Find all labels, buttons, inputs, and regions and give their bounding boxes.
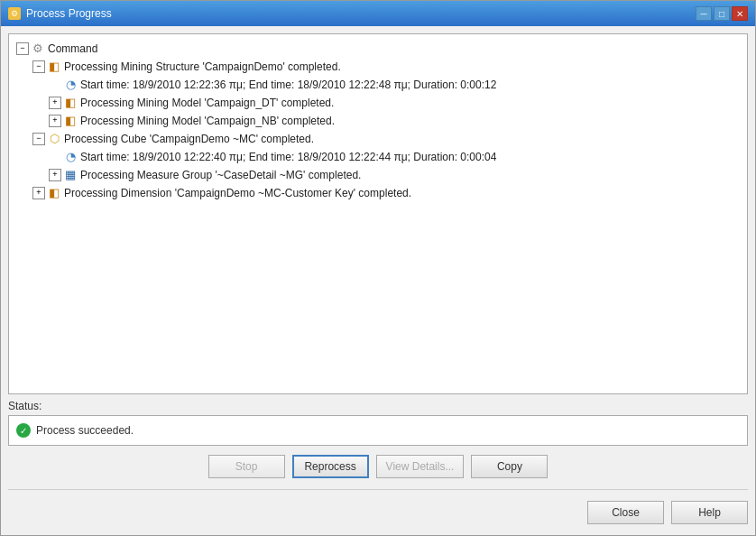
tree-node-mining-model-dt: +◧Processing Mining Model 'Campaign_DT' …: [13, 94, 743, 112]
table-icon: ◧: [47, 60, 61, 74]
tree-text-cube-time: Start time: 18/9/2010 12:22:40 πμ; End t…: [80, 149, 496, 165]
tree-text-root: Command: [48, 41, 97, 57]
tree-node-mining-structure-time: ◔Start time: 18/9/2010 12:22:36 πμ; End …: [13, 76, 743, 94]
tree-node-cube: −⬡Processing Cube 'CampaignDemo ~MC' com…: [13, 130, 743, 148]
tree-text-mining-model-dt: Processing Mining Model 'Campaign_DT' co…: [80, 95, 334, 111]
status-section: Status: ✓ Process succeeded.: [8, 400, 748, 446]
tree-node-root: −⚙Command: [13, 40, 743, 58]
window-body: −⚙Command−◧Processing Mining Structure '…: [1, 26, 755, 535]
gear-icon: ⚙: [31, 42, 45, 56]
tree-text-mining-structure: Processing Mining Structure 'CampaignDem…: [64, 59, 341, 75]
status-box: ✓ Process succeeded.: [8, 415, 748, 446]
tree-text-measure-group: Processing Measure Group '~CaseDetail ~M…: [80, 167, 361, 183]
tree-node-mining-model-nb: +◧Processing Mining Model 'Campaign_NB' …: [13, 112, 743, 130]
title-bar-left: ⚙ Process Progress: [8, 7, 112, 20]
mining-icon: ◧: [63, 96, 78, 110]
tree-expander-mining-model-nb[interactable]: +: [49, 115, 61, 127]
clock-icon: ◔: [63, 78, 78, 92]
tree-text-mining-model-nb: Processing Mining Model 'Campaign_NB' co…: [80, 113, 335, 129]
process-progress-window: ⚙ Process Progress ─ □ ✕ −⚙Command−◧Proc…: [0, 0, 756, 536]
tree-spacer-cube-time: [49, 149, 61, 162]
maximize-button[interactable]: □: [714, 6, 730, 21]
tree-node-dimension: +◧Processing Dimension 'CampaignDemo ~MC…: [13, 184, 743, 202]
window-icon: ⚙: [8, 7, 21, 20]
copy-button[interactable]: Copy: [471, 455, 548, 478]
tree-expander-dimension[interactable]: +: [32, 187, 45, 199]
mining-icon: ◧: [63, 114, 78, 128]
view-details-button[interactable]: View Details...: [376, 455, 465, 478]
close-button[interactable]: Close: [587, 501, 664, 524]
minimize-button[interactable]: ─: [696, 6, 712, 21]
log-panel[interactable]: −⚙Command−◧Processing Mining Structure '…: [8, 33, 748, 394]
reprocess-button[interactable]: Reprocess: [292, 455, 369, 478]
status-label: Status:: [8, 400, 748, 412]
chart-icon: ▦: [63, 168, 78, 182]
tree-expander-root[interactable]: −: [16, 42, 29, 55]
tree-text-dimension: Processing Dimension 'CampaignDemo ~MC-C…: [64, 185, 411, 201]
status-text: Process succeeded.: [36, 424, 134, 437]
cube-icon: ⬡: [47, 132, 61, 146]
tree-node-measure-group: +▦Processing Measure Group '~CaseDetail …: [13, 166, 743, 184]
stop-button[interactable]: Stop: [208, 455, 285, 478]
help-button[interactable]: Help: [671, 501, 748, 524]
tree-text-cube: Processing Cube 'CampaignDemo ~MC' compl…: [64, 131, 314, 147]
tree-expander-cube[interactable]: −: [32, 133, 45, 145]
clock-icon: ◔: [63, 150, 78, 164]
title-controls: ─ □ ✕: [696, 6, 748, 21]
tree-expander-measure-group[interactable]: +: [49, 169, 61, 181]
title-bar: ⚙ Process Progress ─ □ ✕: [1, 1, 755, 26]
separator: [8, 489, 748, 490]
window-title: Process Progress: [26, 7, 112, 20]
close-title-button[interactable]: ✕: [732, 6, 748, 21]
success-icon: ✓: [16, 423, 31, 438]
tree-node-cube-time: ◔Start time: 18/9/2010 12:22:40 πμ; End …: [13, 148, 743, 166]
tree-expander-mining-model-dt[interactable]: +: [49, 97, 61, 109]
tree-expander-mining-structure[interactable]: −: [32, 60, 45, 73]
bottom-button-row: Close Help: [8, 497, 748, 528]
tree-text-mining-structure-time: Start time: 18/9/2010 12:22:36 πμ; End t…: [80, 77, 496, 93]
tree-spacer-mining-structure-time: [49, 77, 61, 89]
dimension-icon: ◧: [47, 186, 61, 200]
tree-node-mining-structure: −◧Processing Mining Structure 'CampaignD…: [13, 58, 743, 76]
action-button-row: Stop Reprocess View Details... Copy: [8, 451, 748, 482]
